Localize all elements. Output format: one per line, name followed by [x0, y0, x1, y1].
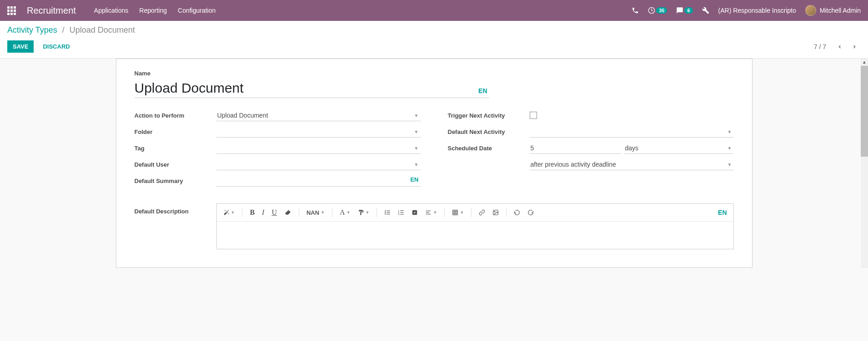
scheduled-date-relative-select[interactable]: [530, 159, 734, 170]
svg-rect-5: [387, 212, 391, 213]
default-summary-label: Default Summary: [135, 178, 216, 184]
svg-rect-16: [426, 214, 431, 214]
folder-label: Folder: [135, 128, 216, 135]
breadcrumb-parent[interactable]: Activity Types: [7, 25, 57, 35]
nav-right: 35 6 (AR) Responsable Inscripto Mitchell…: [632, 5, 861, 16]
app-brand[interactable]: Recruitment: [27, 5, 76, 16]
svg-rect-6: [387, 214, 391, 214]
content-area: Name EN Action to Perform ▼ Folder: [0, 59, 868, 268]
phone-icon[interactable]: [632, 7, 639, 14]
pager-next-button[interactable]: [848, 42, 861, 51]
navbar: Recruitment Applications Reporting Confi…: [0, 0, 868, 21]
svg-point-3: [385, 213, 386, 214]
name-input[interactable]: [135, 79, 489, 98]
eraser-icon[interactable]: [281, 208, 294, 217]
discard-button[interactable]: Discard: [37, 40, 75, 53]
richtext-editor: ▼ B I U NAN▼ A▼ ▼: [216, 203, 734, 249]
scrollbar-up-icon[interactable]: ▲: [861, 59, 868, 66]
highlight-button[interactable]: ▼: [355, 208, 372, 217]
svg-point-2: [385, 212, 386, 213]
action-label: Action to Perform: [135, 112, 216, 119]
name-label: Name: [135, 70, 734, 77]
ordered-list-icon[interactable]: 123: [395, 208, 407, 217]
action-select[interactable]: [216, 110, 421, 121]
nav-configuration[interactable]: Configuration: [178, 7, 216, 14]
breadcrumb: Activity Types / Upload Document: [7, 25, 861, 35]
default-next-select[interactable]: [530, 126, 734, 138]
pager-prev-button[interactable]: [833, 42, 846, 51]
scrollbar[interactable]: ▲: [861, 59, 868, 268]
svg-rect-17: [453, 210, 458, 215]
nav-menu: Applications Reporting Configuration: [94, 7, 216, 14]
wand-icon[interactable]: ▼: [221, 208, 238, 217]
default-summary-input[interactable]: [216, 175, 421, 187]
tag-label: Tag: [135, 145, 216, 152]
font-size-select[interactable]: NAN▼: [304, 208, 327, 218]
activities-badge: 35: [656, 7, 667, 14]
svg-rect-15: [426, 212, 429, 213]
pager-text[interactable]: 7 / 7: [814, 43, 826, 50]
user-name: Mitchell Admin: [820, 7, 861, 14]
svg-rect-4: [387, 211, 391, 211]
scheduled-date-unit-select[interactable]: [624, 143, 734, 154]
align-button[interactable]: ▼: [422, 208, 440, 217]
breadcrumb-current: Upload Document: [70, 25, 135, 35]
description-translate-button[interactable]: EN: [718, 209, 729, 216]
undo-icon[interactable]: [511, 208, 523, 217]
svg-rect-12: [401, 214, 404, 215]
default-user-label: Default User: [135, 161, 216, 168]
svg-rect-14: [426, 211, 431, 211]
scrollbar-thumb[interactable]: [861, 66, 868, 157]
svg-rect-10: [401, 210, 404, 211]
form-right-column: Trigger Next Activity Default Next Activ…: [448, 109, 734, 191]
editor-toolbar: ▼ B I U NAN▼ A▼ ▼: [217, 204, 733, 222]
name-translate-button[interactable]: EN: [478, 87, 487, 94]
table-button[interactable]: ▼: [449, 208, 467, 217]
svg-point-1: [385, 210, 386, 211]
checklist-icon[interactable]: [409, 208, 421, 217]
messages-icon[interactable]: 6: [676, 7, 692, 14]
bold-button[interactable]: B: [247, 207, 257, 218]
messages-badge: 6: [684, 7, 692, 14]
scheduled-date-number-input[interactable]: [530, 143, 621, 154]
summary-translate-button[interactable]: EN: [410, 176, 418, 183]
italic-button[interactable]: I: [259, 207, 267, 218]
link-icon[interactable]: [476, 208, 488, 217]
default-description-label: Default Description: [135, 203, 216, 215]
company-selector[interactable]: (AR) Responsable Inscripto: [718, 7, 796, 14]
trigger-next-checkbox[interactable]: [530, 112, 537, 119]
form-sheet: Name EN Action to Perform ▼ Folder: [116, 59, 753, 268]
trigger-next-label: Trigger Next Activity: [448, 112, 530, 119]
apps-icon[interactable]: [7, 6, 16, 15]
debug-icon[interactable]: [702, 7, 709, 14]
user-menu[interactable]: Mitchell Admin: [805, 5, 861, 16]
avatar: [805, 5, 816, 16]
unordered-list-icon[interactable]: [381, 208, 393, 217]
image-icon[interactable]: [490, 208, 502, 217]
font-color-button[interactable]: A▼: [337, 207, 353, 218]
control-panel: Activity Types / Upload Document Save Di…: [0, 21, 868, 59]
tag-select[interactable]: [216, 143, 421, 154]
default-user-select[interactable]: [216, 159, 421, 170]
editor-body[interactable]: [217, 222, 733, 249]
svg-text:3: 3: [398, 213, 400, 216]
svg-rect-11: [401, 212, 404, 213]
default-next-label: Default Next Activity: [448, 128, 530, 135]
underline-button[interactable]: U: [269, 207, 280, 218]
nav-applications[interactable]: Applications: [94, 7, 129, 14]
save-button[interactable]: Save: [7, 40, 34, 53]
scheduled-date-label: Scheduled Date: [448, 145, 530, 152]
svg-point-23: [494, 211, 495, 212]
folder-select[interactable]: [216, 126, 421, 138]
redo-icon[interactable]: [525, 208, 537, 217]
breadcrumb-separator: /: [62, 25, 65, 35]
nav-reporting[interactable]: Reporting: [139, 7, 167, 14]
activities-icon[interactable]: 35: [648, 7, 667, 14]
form-left-column: Action to Perform ▼ Folder ▼ Tag: [135, 109, 421, 191]
